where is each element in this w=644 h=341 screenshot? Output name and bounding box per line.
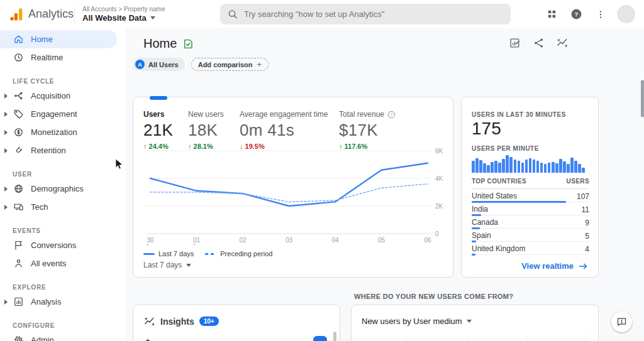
sidebar-item-label: Acquisition [31,91,70,100]
all-users-chip[interactable]: A All Users [133,58,185,71]
page-scrollbar-thumb[interactable] [641,80,644,117]
gear-icon [13,335,24,341]
sidebar-item-label: Demographics [31,184,84,193]
help-circle-icon[interactable]: ? [387,111,396,119]
svg-text:?: ? [391,112,393,116]
insights-count-badge[interactable]: 10+ [199,317,219,326]
sidebar-item-analysis[interactable]: Analysis [0,293,126,311]
table-row[interactable]: Canada 9 [472,215,589,229]
add-comparison-chip[interactable]: Add comparison + [191,58,269,71]
user-avatar[interactable] [617,5,635,23]
expand-caret-icon[interactable] [4,205,8,210]
sidebar-item-label: All events [31,259,66,268]
search-input[interactable] [244,9,503,19]
sidebar-item-monetization[interactable]: Monetization [0,123,126,141]
minute-bar [559,159,562,173]
sidebar-item-retention[interactable]: Retention [0,141,126,160]
minute-bar [472,161,475,173]
sidebar-item-engagement[interactable]: Engagement [0,105,126,123]
metric-label: Total revenue [339,110,384,119]
expand-caret-icon[interactable] [4,300,8,305]
users-trend-line-chart[interactable]: 02K4K6K30Sep01Oct0203040506 [140,144,450,245]
minute-bar [582,168,585,173]
insights-scrollbar[interactable] [333,332,336,341]
help-button[interactable]: ? [568,6,584,23]
minute-bar [494,161,497,173]
insight-item-icon: ✦ [145,337,151,341]
minute-bar [483,163,486,173]
gridline [527,334,528,341]
sidebar-item-all-events[interactable]: All events [0,254,126,273]
expand-caret-icon[interactable] [4,148,8,153]
segment-a-badge: A [135,60,145,69]
sidebar-item-tech[interactable]: Tech [0,198,126,216]
table-row[interactable]: United Kingdom 4 [472,242,589,255]
minute-bar [521,163,525,173]
new-users-card: New users by User medium [351,305,599,341]
solid-line-swatch [143,253,155,255]
sidebar-item-demographics[interactable]: Demographics [0,180,126,198]
clock-icon [13,52,24,63]
table-row[interactable]: United States 107 [472,189,589,202]
top-countries-header: TOP COUNTRIES [472,178,526,185]
analysis-icon [13,296,24,308]
chevron-down-icon [150,16,155,19]
country-bar [472,254,475,256]
svg-text:06: 06 [424,237,431,244]
minute-bar [563,161,566,173]
new-users-card-selector[interactable]: New users by User medium [362,317,472,326]
share-icon [533,37,545,49]
top-countries-table: TOP COUNTRIES USERS United States 107 In… [472,178,589,255]
more-options-button[interactable] [592,6,609,23]
minute-bar [552,162,555,173]
svg-text:4K: 4K [435,175,443,182]
metric-label: New users [188,110,240,119]
sidebar-item-label: Retention [31,146,66,155]
apps-grid-button[interactable] [543,6,560,23]
feedback-button[interactable] [611,311,632,332]
sidebar-item-conversions[interactable]: Conversions [0,236,126,254]
share-button[interactable] [532,36,545,49]
minute-bar [555,163,558,173]
sidebar-item-home[interactable]: Home [0,30,117,48]
view-realtime-link[interactable]: View realtime [521,261,588,271]
sidebar-item-label: Realtime [31,53,63,62]
svg-text:2K: 2K [435,203,443,210]
help-icon: ? [570,8,582,20]
sidebar-section-events: EVENTS [0,224,126,236]
search-icon [228,9,238,19]
minute-bar [570,158,574,173]
minute-bar [578,164,581,173]
customize-report-button[interactable] [508,36,521,49]
svg-text:0: 0 [435,230,439,237]
users-last-30min-value: 175 [472,119,501,139]
expand-caret-icon[interactable] [4,112,8,117]
analytics-logo-icon [9,7,24,22]
series-solid [150,163,428,206]
expand-caret-icon[interactable] [4,130,8,135]
plus-icon: + [257,60,262,69]
realtime-card: USERS IN LAST 30 MINUTES 175 USERS PER M… [461,97,599,278]
table-row[interactable]: India 11 [472,202,589,215]
analytics-logo[interactable]: Analytics [0,7,74,22]
app-name: Analytics [28,8,74,21]
sidebar-item-admin[interactable]: Admin [0,331,126,341]
customize-report-icon [509,37,521,49]
insights-button[interactable] [556,36,569,49]
users-per-minute-bar-chart[interactable] [472,154,585,173]
date-range-selector[interactable]: Last 7 days [143,261,191,269]
feedback-bubble-icon [616,317,627,327]
table-row[interactable]: Spain 5 [472,229,589,242]
chevron-down-icon [467,320,472,323]
expand-caret-icon[interactable] [4,187,8,192]
property-selector[interactable]: All Accounts > Property name All Website… [82,6,165,23]
expand-caret-icon[interactable] [4,94,8,99]
main-content: Home A All Users Add comparison [126,28,644,341]
tag-icon [13,109,24,120]
sidebar-item-acquisition[interactable]: Acquisition [0,87,126,105]
svg-text:01: 01 [193,237,201,244]
minute-bar [479,160,482,173]
search-bar[interactable] [220,4,511,24]
header-divider [74,5,75,24]
sidebar-item-realtime[interactable]: Realtime [0,48,126,67]
